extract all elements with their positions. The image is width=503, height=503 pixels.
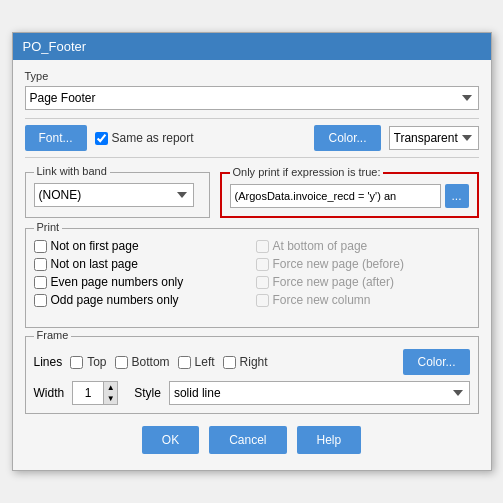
- right-frame-text: Right: [240, 355, 268, 369]
- left-frame-text: Left: [195, 355, 215, 369]
- bottom-buttons-row: OK Cancel Help: [25, 422, 479, 460]
- print-not-last: Not on last page: [34, 257, 248, 271]
- lines-label: Lines: [34, 355, 63, 369]
- not-last-page-checkbox[interactable]: [34, 258, 47, 271]
- divider-1: [25, 118, 479, 119]
- transparent-select[interactable]: Transparent: [389, 126, 479, 150]
- type-label: Type: [25, 70, 479, 82]
- odd-pages-label: Odd page numbers only: [51, 293, 179, 307]
- force-before-checkbox: [256, 258, 269, 271]
- dialog-title: PO_Footer: [23, 39, 87, 54]
- frame-lines-row: Lines Top Bottom Left Right Color...: [34, 349, 470, 375]
- frame-width-row: Width ▲ ▼ Style solid line: [34, 381, 470, 405]
- width-down-button[interactable]: ▼: [103, 393, 117, 404]
- dialog: PO_Footer Type Page Footer Font... Same …: [12, 32, 492, 471]
- expr-input[interactable]: [230, 184, 441, 208]
- bottom-frame-checkbox[interactable]: [115, 356, 128, 369]
- link-expr-row: Link with band (NONE) Only print if expr…: [25, 164, 479, 226]
- spinner-buttons: ▲ ▼: [103, 382, 117, 404]
- print-at-bottom: At bottom of page: [256, 239, 470, 253]
- width-input[interactable]: [73, 382, 103, 404]
- same-as-report-checkbox[interactable]: [95, 132, 108, 145]
- odd-pages-checkbox[interactable]: [34, 294, 47, 307]
- print-group: Print Not on first page Not on last page…: [25, 228, 479, 328]
- font-color-row: Font... Same as report Color... Transpar…: [25, 125, 479, 151]
- same-as-report-label: Same as report: [95, 131, 194, 145]
- even-pages-label: Even page numbers only: [51, 275, 184, 289]
- right-frame-checkbox[interactable]: [223, 356, 236, 369]
- link-band-select[interactable]: (NONE): [34, 183, 194, 207]
- expr-browse-button[interactable]: ...: [445, 184, 469, 208]
- type-section: Type Page Footer: [25, 70, 479, 110]
- not-last-page-label: Not on last page: [51, 257, 138, 271]
- left-frame-checkbox[interactable]: [178, 356, 191, 369]
- at-bottom-checkbox: [256, 240, 269, 253]
- top-frame-label: Top: [70, 355, 106, 369]
- force-before-label: Force new page (before): [273, 257, 404, 271]
- style-label: Style: [134, 386, 161, 400]
- top-frame-checkbox[interactable]: [70, 356, 83, 369]
- left-frame-label: Left: [178, 355, 215, 369]
- bottom-frame-text: Bottom: [132, 355, 170, 369]
- even-pages-checkbox[interactable]: [34, 276, 47, 289]
- width-label: Width: [34, 386, 65, 400]
- type-select[interactable]: Page Footer: [25, 86, 479, 110]
- only-print-title: Only print if expression is true:: [230, 166, 384, 178]
- same-as-report-text: Same as report: [112, 131, 194, 145]
- style-select[interactable]: solid line: [169, 381, 470, 405]
- print-even: Even page numbers only: [34, 275, 248, 289]
- frame-title: Frame: [34, 329, 72, 341]
- only-print-group: Only print if expression is true: ...: [220, 172, 479, 218]
- width-up-button[interactable]: ▲: [103, 382, 117, 393]
- link-band-title: Link with band: [34, 165, 110, 177]
- print-force-after: Force new page (after): [256, 275, 470, 289]
- link-band-group: Link with band (NONE): [25, 172, 210, 218]
- force-column-checkbox: [256, 294, 269, 307]
- help-button[interactable]: Help: [297, 426, 362, 454]
- force-after-label: Force new page (after): [273, 275, 394, 289]
- width-spinner: ▲ ▼: [72, 381, 118, 405]
- frame-color-button[interactable]: Color...: [403, 349, 469, 375]
- force-after-checkbox: [256, 276, 269, 289]
- right-frame-label: Right: [223, 355, 268, 369]
- top-frame-text: Top: [87, 355, 106, 369]
- not-first-page-checkbox[interactable]: [34, 240, 47, 253]
- at-bottom-label: At bottom of page: [273, 239, 368, 253]
- print-force-column: Force new column: [256, 293, 470, 307]
- print-not-first: Not on first page: [34, 239, 248, 253]
- print-force-before: Force new page (before): [256, 257, 470, 271]
- cancel-button[interactable]: Cancel: [209, 426, 286, 454]
- print-left-col: Not on first page Not on last page Even …: [34, 239, 248, 311]
- frame-group: Frame Lines Top Bottom Left Right: [25, 336, 479, 414]
- color-button[interactable]: Color...: [314, 125, 380, 151]
- print-odd: Odd page numbers only: [34, 293, 248, 307]
- print-right-col: At bottom of page Force new page (before…: [256, 239, 470, 311]
- ok-button[interactable]: OK: [142, 426, 199, 454]
- bottom-frame-label: Bottom: [115, 355, 170, 369]
- title-bar: PO_Footer: [13, 33, 491, 60]
- not-first-page-label: Not on first page: [51, 239, 139, 253]
- print-title: Print: [34, 221, 63, 233]
- divider-2: [25, 157, 479, 158]
- force-column-label: Force new column: [273, 293, 371, 307]
- font-button[interactable]: Font...: [25, 125, 87, 151]
